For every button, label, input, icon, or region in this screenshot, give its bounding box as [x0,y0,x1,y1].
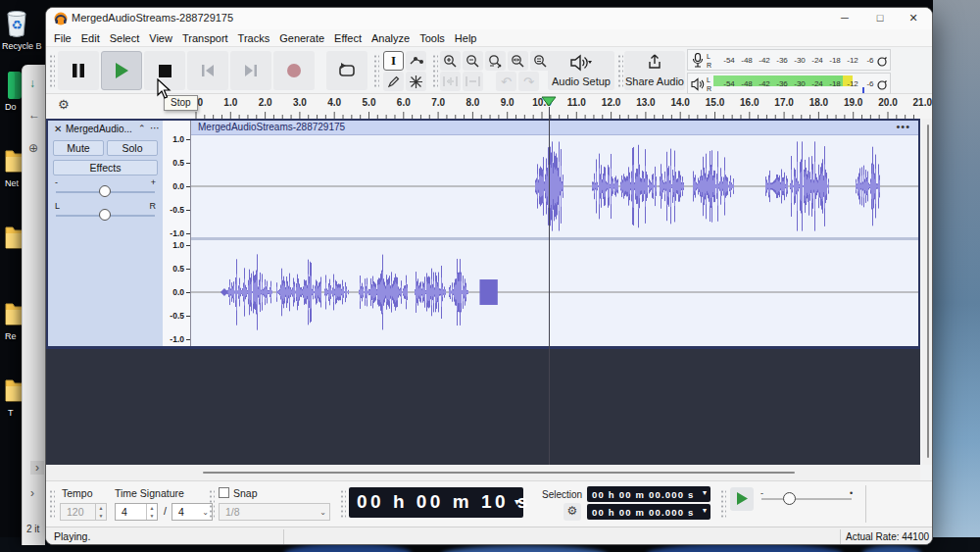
scale-label: -1.0 [170,334,184,344]
minimize-button[interactable]: ─ [828,8,861,29]
meter-scale-label: -6 [866,56,873,65]
loop-button[interactable] [326,51,368,90]
meter-scale-label: -54 [723,79,735,88]
meter-scale-label: -24 [811,79,823,88]
playback-meter[interactable]: L R -54-48-42-36-30-24-18-12-6 [687,73,891,94]
svg-text:♻: ♻ [11,18,23,32]
undo-button[interactable]: ↶ [496,72,516,91]
time-display-caret-icon[interactable]: ▾ [514,496,519,507]
playback-speed-knob[interactable] [783,492,796,505]
pause-button[interactable] [58,51,99,90]
waveform-channel-right[interactable] [191,240,918,346]
effects-button[interactable]: Effects [53,160,158,176]
skip-to-start-button[interactable] [187,51,228,90]
clip-title: MergedAudioStreams-288729175 [198,122,345,132]
gain-slider-knob[interactable] [99,185,111,197]
recording-meter[interactable]: L R -54-48-42-36-30-24-18-12-6 [687,49,891,71]
menu-view[interactable]: View [144,32,177,44]
silence-audio-button[interactable] [463,72,483,91]
timesig-lower-select[interactable]: 4 ⌄ [172,503,213,521]
zoom-fit-button[interactable] [508,51,528,71]
menu-generate[interactable]: Generate [274,32,329,44]
menu-help[interactable]: Help [450,32,482,44]
chevron-icon[interactable]: › [30,486,34,500]
snap-checkbox[interactable] [219,487,229,498]
selection-settings-gear-icon[interactable]: ⚙ [564,503,581,521]
speed-slider-min-label: - [760,488,763,498]
track-name[interactable]: MergedAudio... [66,124,132,134]
selection-end-field[interactable]: 00 h 00 m 00.000 s▾ [587,504,710,520]
vertical-scale-ruler: 1.01.00.50.50.00.0-0.5-0.5-1.0-1.0 [163,121,191,346]
menu-edit[interactable]: Edit [76,32,105,44]
file-explorer-window[interactable]: ↓ ← ⊕ › › 2 it [22,65,45,545]
menu-transport[interactable]: Transport [177,32,233,44]
skip-to-end-button[interactable] [230,51,271,90]
horizontal-scrollbar-thumb[interactable] [203,472,795,474]
title-bar[interactable]: MergedAudioStreams-288729175 ─ □ ✕ [46,8,932,29]
menu-effect[interactable]: Effect [329,32,367,44]
selection-start-field[interactable]: 00 h 00 m 00.000 s▾ [587,486,710,502]
play-at-speed-button[interactable] [730,487,754,511]
playback-peak-tick [862,87,864,93]
solo-button[interactable]: Solo [107,140,158,156]
back-arrow-icon[interactable]: ← [28,108,40,122]
scale-label: -0.5 [170,311,184,321]
track-collapse-icon[interactable]: ⌃ [138,124,146,133]
track-menu-icon[interactable]: ⋯ [150,123,160,133]
download-icon[interactable]: ↓ [29,76,35,90]
pan-slider-knob[interactable] [99,209,111,221]
bottom-toolbar: Tempo 120 ▲▼ Time Signature 4 ▲▼ / 4 ⌄ S… [46,480,932,527]
vertical-scrollbar-thumb[interactable] [927,125,929,458]
share-audio-button[interactable]: Share Audio [624,51,685,90]
tempo-input[interactable]: 120 ▲▼ [60,503,107,521]
waveform-channel-left[interactable] [191,135,918,237]
redo-button[interactable]: ↷ [518,72,539,91]
time-signature-label: Time Signature [115,487,184,499]
gain-minus-label: - [55,177,58,187]
share-icon [646,53,663,71]
scale-label: 0.5 [172,264,184,274]
zoom-out-button[interactable] [463,51,483,71]
add-tab-icon[interactable]: ⊕ [28,141,38,155]
meter-scale-label: -12 [847,56,858,65]
audio-setup-button[interactable]: Audio Setup [548,51,614,90]
menu-analyze[interactable]: Analyze [367,32,415,44]
playback-speed-slider[interactable] [761,498,852,500]
chevron-icon[interactable]: › [30,461,44,475]
meter-channel-label: L [707,76,710,83]
envelope-tool-button[interactable] [406,51,426,71]
snap-value-select[interactable]: 1/8 ⌄ [219,503,330,521]
desktop: ♻ Recycle B Do Net Re T ↓ ← ⊕ › › 2 it [0,0,980,552]
menu-select[interactable]: Select [105,32,145,44]
track-control-panel: ✕ MergedAudio... ⌃ ⋯ Mute Solo Effects -… [48,121,163,346]
selection-tool-button[interactable]: I [383,51,404,71]
trim-audio-button[interactable] [440,72,461,91]
vertical-scrollbar[interactable] [922,119,933,465]
scale-label: 0.0 [172,181,184,191]
horizontal-scrollbar[interactable] [46,465,920,480]
timesig-upper-input[interactable]: 4 ▲▼ [115,503,158,521]
menu-tools[interactable]: Tools [415,32,450,44]
playhead-marker[interactable] [541,96,557,107]
menu-file[interactable]: File [49,32,76,44]
speaker-small-icon [691,77,705,91]
zoom-selection-button[interactable] [485,51,506,71]
record-button[interactable] [273,51,315,90]
meter-scale-label: -18 [829,79,841,88]
maximize-button[interactable]: □ [863,8,897,29]
recycle-bin-icon[interactable]: ♻ [4,6,29,39]
waveform-area[interactable]: MergedAudioStreams-288729175 ••• [191,121,918,346]
close-button[interactable]: ✕ [897,8,930,29]
zoom-in-button[interactable] [440,51,461,71]
menu-tracks[interactable]: Tracks [233,32,275,44]
wallpaper-right [933,0,980,552]
draw-tool-button[interactable] [383,72,404,91]
clip-menu-icon[interactable]: ••• [896,121,910,132]
track-close-icon[interactable]: ✕ [54,124,62,134]
play-button[interactable] [101,51,142,90]
meter-channel-label: L [707,53,710,60]
audio-position-display[interactable]: 00 h 00 m 10 s ▾ [349,487,523,518]
mute-button[interactable]: Mute [53,140,104,156]
clip-header[interactable]: MergedAudioStreams-288729175 ••• [191,121,918,135]
multi-tool-button[interactable] [406,72,426,91]
